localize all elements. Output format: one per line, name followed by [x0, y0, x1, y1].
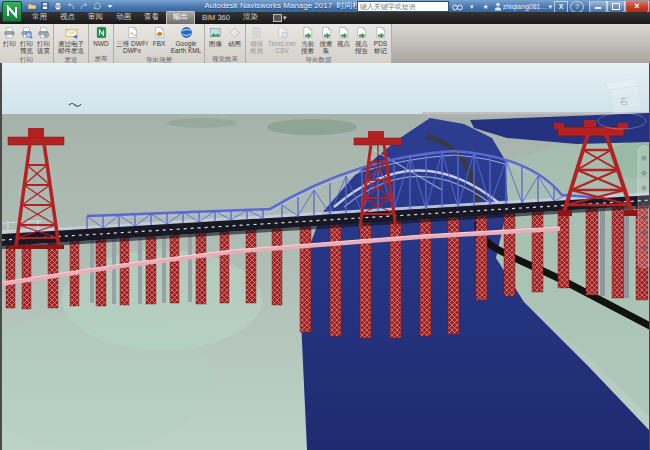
ribbon-panel-output: 打印 打印预览 打印设置 打印 通过电子邮件发送 发送 NWD 发布 三维 DW… — [0, 24, 650, 64]
group-label-visuals: 视觉效果 — [205, 54, 245, 63]
viewcube-face-label: 右 — [619, 96, 629, 106]
ribbon-group-print: 打印 打印预览 打印设置 打印 — [0, 24, 54, 63]
ribbon-group-send: 通过电子邮件发送 发送 — [54, 24, 89, 63]
exchange-apps-icon[interactable]: X — [554, 1, 568, 13]
redo-icon[interactable] — [78, 1, 89, 11]
export-viewpoint-report-button[interactable]: 视点报告 — [352, 25, 371, 55]
ribbon-group-export-scene: 三维 DWF/DWFx FBX GoogleEarth KML 导出场景 — [114, 24, 205, 63]
ribbon-group-visuals: 图像 动画 视觉效果 — [205, 24, 246, 63]
export-google-earth-button[interactable]: GoogleEarth KML — [169, 25, 203, 55]
tab-view[interactable]: 查看 — [138, 11, 165, 24]
close-button[interactable]: × — [625, 1, 649, 13]
export-dwf-button[interactable]: 三维 DWF/DWFx — [115, 25, 149, 55]
group-label-publish: 发布 — [89, 54, 113, 63]
ribbon-display-toggle[interactable]: ▾ — [273, 14, 287, 24]
export-current-search-button[interactable]: 当前搜索 — [298, 25, 317, 55]
export-fbx-button[interactable]: FBX — [149, 25, 169, 47]
tab-home[interactable]: 常用 — [26, 11, 53, 24]
sign-in-control[interactable]: zhiqiang081… ▾ — [494, 2, 552, 11]
ribbon-empty-area — [392, 24, 650, 63]
export-timeliner-csv-button[interactable]: TimeLinerCSV — [266, 25, 298, 55]
export-viewpoints-button[interactable]: 视点 — [335, 25, 352, 47]
undo-icon[interactable] — [65, 1, 76, 11]
export-clash-tests-button[interactable]: 碰撞检测 — [247, 25, 266, 55]
export-animation-button[interactable]: 动画 — [225, 25, 244, 47]
ribbon-tab-bar: 常用 视点 审阅 动画 查看 输出 BIM 360 渲染 ▾ — [0, 12, 650, 24]
open-icon[interactable] — [26, 1, 37, 11]
publish-nwd-button[interactable]: NWD — [90, 25, 112, 47]
user-caret-icon: ▾ — [548, 3, 552, 11]
tab-viewpoint[interactable]: 视点 — [54, 11, 81, 24]
window-controls: × — [589, 1, 649, 13]
send-email-button[interactable]: 通过电子邮件发送 — [55, 25, 87, 55]
navisworks-window: Autodesk Navisworks Manage 2017 时间模拟.nwd… — [0, 0, 650, 450]
tab-animation[interactable]: 动画 — [110, 11, 137, 24]
tab-output[interactable]: 输出 — [166, 11, 195, 24]
tab-render[interactable]: 渲染 — [237, 11, 264, 24]
search-caret-icon[interactable]: ▾ — [466, 2, 478, 12]
export-image-button[interactable]: 图像 — [206, 25, 225, 47]
export-pds-tags-button[interactable]: PDS标记 — [371, 25, 390, 55]
username: zhiqiang081… — [503, 3, 548, 10]
refresh-icon[interactable] — [91, 1, 102, 11]
binoculars-icon[interactable] — [451, 2, 464, 12]
export-search-sets-button[interactable]: 搜索集 — [317, 25, 335, 55]
ribbon-group-publish: NWD 发布 — [89, 24, 114, 63]
ribbon-group-export-data: 碰撞检测 TimeLinerCSV 当前搜索 搜索集 视点 视点报告 PDS标记… — [246, 24, 392, 63]
help-icon[interactable]: ? — [570, 1, 584, 13]
search-input[interactable] — [357, 1, 449, 12]
ribbon-state-icon — [273, 14, 282, 22]
tab-review[interactable]: 审阅 — [82, 11, 109, 24]
print-preview-button[interactable]: 打印预览 — [18, 25, 35, 55]
favorites-star-icon[interactable]: ★ — [480, 2, 492, 12]
user-icon — [494, 2, 502, 11]
qat-menu-caret-icon[interactable] — [104, 1, 115, 11]
tab-bim360[interactable]: BIM 360 — [196, 12, 236, 24]
restore-button[interactable] — [607, 1, 625, 13]
viewport-3d[interactable]: 右 — [0, 63, 650, 450]
print-icon[interactable] — [52, 1, 63, 11]
navigation-bar[interactable] — [638, 146, 649, 268]
sky — [2, 63, 649, 118]
infocenter: ▾ ★ zhiqiang081… ▾ X ? × — [357, 1, 649, 12]
print-settings-button[interactable]: 打印设置 — [35, 25, 52, 55]
save-icon[interactable] — [39, 1, 50, 11]
minimize-button[interactable] — [589, 1, 607, 13]
quick-access-toolbar — [26, 1, 115, 11]
print-button[interactable]: 打印 — [1, 25, 18, 47]
application-menu-button[interactable] — [2, 1, 22, 22]
